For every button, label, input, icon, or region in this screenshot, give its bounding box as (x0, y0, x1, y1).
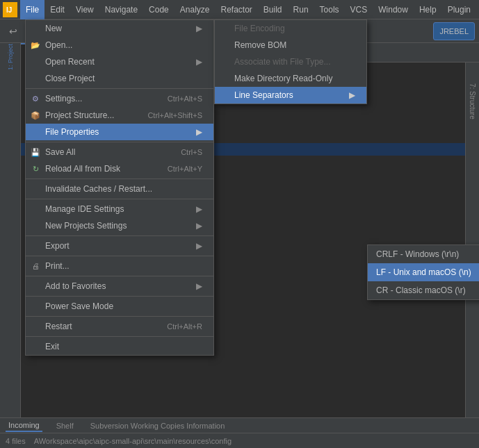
new-icon (30, 23, 41, 34)
menu-item-file-properties-label: File Properties (45, 127, 99, 137)
invalidate-icon (30, 183, 41, 194)
file-path: AWorkspace\aipc\aipc-small-api\src\main\… (34, 437, 232, 445)
jrebel-button[interactable]: JREBEL (433, 22, 475, 40)
line-separators-arrow-icon: ▶ (349, 90, 355, 100)
submenu-make-dir-readonly[interactable]: Make Directory Read-Only (215, 70, 366, 87)
menu-vcs[interactable]: VCS (345, 0, 373, 19)
bottom-tab-svn[interactable]: Subversion Working Copies Information (88, 420, 228, 431)
menu-item-new-label: New (45, 24, 62, 33)
menu-code[interactable]: Code (143, 0, 174, 19)
restart-shortcut: Ctrl+Alt+R (167, 322, 202, 331)
menu-item-print-label: Print... (45, 261, 70, 271)
power-save-icon (30, 301, 41, 312)
menu-item-close-project-label: Close Project (45, 74, 95, 83)
line-sep-cr[interactable]: CR - Classic macOS (\r) (368, 281, 479, 299)
menu-sep-8 (26, 296, 213, 297)
menu-help[interactable]: Help (414, 0, 442, 19)
line-separators-label: Line Separators (234, 90, 293, 100)
submenu-associate-file-type[interactable]: Associate with File Type... (215, 53, 366, 70)
menu-item-invalidate[interactable]: Invalidate Caches / Restart... (26, 181, 213, 197)
restart-icon (30, 321, 41, 332)
export-arrow-icon: ▶ (196, 241, 202, 251)
menu-edit[interactable]: Edit (44, 0, 70, 19)
menu-build[interactable]: Build (258, 0, 288, 19)
menu-item-exit-label: Exit (45, 342, 59, 351)
bottom-tab-shelf[interactable]: Shelf (54, 420, 76, 431)
save-all-shortcut: Ctrl+S (181, 148, 202, 156)
menu-item-save-all-label: Save All (45, 147, 75, 157)
line-sep-crlf[interactable]: CRLF - Windows (\r\n) (368, 245, 479, 263)
file-dropdown-menu: New ▶ 📂 Open... Open Recent ▶ Close Proj… (25, 19, 214, 356)
new-projects-icon (30, 220, 41, 231)
menu-item-restart[interactable]: Restart Ctrl+Alt+R (26, 318, 213, 335)
menu-item-settings-label: Settings... (45, 94, 82, 103)
menu-item-favorites[interactable]: Add to Favorites ▶ (26, 278, 213, 294)
structure-panel: 7: Structure (465, 63, 479, 417)
line-sep-lf[interactable]: LF - Unix and macOS (\n) (368, 263, 479, 281)
submenu-file-encoding[interactable]: File Encoding (215, 20, 366, 37)
make-dir-readonly-label: Make Directory Read-Only (234, 74, 332, 83)
remove-bom-label: Remove BOM (234, 40, 286, 50)
menu-item-new[interactable]: New ▶ (26, 20, 213, 37)
menu-run[interactable]: Run (288, 0, 314, 19)
menu-tools[interactable]: Tools (314, 0, 345, 19)
line-separators-submenu: CRLF - Windows (\r\n) LF - Unix and macO… (367, 244, 479, 300)
menu-sep-3 (26, 179, 213, 179)
project-structure-icon: 📦 (30, 110, 41, 121)
bottom-bar: 4 files AWorkspace\aipc\aipc-small-api\s… (0, 433, 479, 448)
settings-shortcut: Ctrl+Alt+S (168, 94, 202, 103)
menu-item-favorites-label: Add to Favorites (45, 281, 106, 291)
submenu-line-separators[interactable]: Line Separators ▶ (215, 87, 366, 103)
menu-plugin[interactable]: Plugin (442, 0, 476, 19)
menu-item-new-projects[interactable]: New Projects Settings ▶ (26, 217, 213, 234)
menu-item-reload-label: Reload All from Disk (45, 164, 120, 174)
line-sep-lf-label: LF - Unix and macOS (\n) (376, 267, 471, 277)
menu-item-file-properties[interactable]: File Properties ▶ (26, 124, 213, 140)
menu-sep-2 (26, 142, 213, 142)
menu-item-project-structure[interactable]: 📦 Project Structure... Ctrl+Alt+Shift+S (26, 107, 213, 124)
sidebar-project-icon[interactable]: 1: Project (2, 49, 19, 65)
bottom-tab-incoming[interactable]: Incoming (6, 420, 42, 432)
menu-sep-1 (26, 88, 213, 89)
menu-refactor[interactable]: Refactor (216, 0, 258, 19)
menu-item-settings[interactable]: ⚙ Settings... Ctrl+Alt+S (26, 90, 213, 107)
manage-ide-arrow-icon: ▶ (196, 204, 202, 214)
menu-item-export[interactable]: Export ▶ (26, 238, 213, 254)
menu-item-open-recent[interactable]: Open Recent ▶ (26, 53, 213, 70)
associate-file-type-label: Associate with File Type... (234, 57, 331, 67)
menu-item-manage-ide[interactable]: Manage IDE Settings ▶ (26, 201, 213, 217)
menu-item-exit[interactable]: Exit (26, 338, 213, 355)
structure-panel-label: 7: Structure (469, 83, 476, 119)
file-properties-arrow-icon: ▶ (196, 127, 202, 137)
open-icon: 📂 (30, 40, 41, 51)
new-arrow-icon: ▶ (196, 24, 202, 33)
menu-window[interactable]: Window (373, 0, 414, 19)
menu-item-print[interactable]: 🖨 Print... (26, 258, 213, 274)
favorites-arrow-icon: ▶ (196, 281, 202, 291)
menu-item-invalidate-label: Invalidate Caches / Restart... (45, 184, 152, 194)
submenu-remove-bom[interactable]: Remove BOM (215, 37, 366, 53)
menu-item-save-all[interactable]: 💾 Save All Ctrl+S (26, 144, 213, 160)
menu-item-power-save[interactable]: Power Save Mode (26, 298, 213, 315)
menu-analyze[interactable]: Analyze (174, 0, 216, 19)
new-projects-arrow-icon: ▶ (196, 221, 202, 231)
menu-item-open[interactable]: 📂 Open... (26, 37, 213, 53)
menu-sep-10 (26, 336, 213, 337)
manage-ide-icon (30, 204, 41, 215)
file-count: 4 files (6, 437, 26, 445)
menu-item-close-project[interactable]: Close Project (26, 70, 213, 87)
recent-arrow-icon: ▶ (196, 57, 202, 67)
app-logo: IJ (3, 2, 17, 17)
menu-item-reload[interactable]: ↻ Reload All from Disk Ctrl+Alt+Y (26, 160, 213, 177)
line-sep-cr-label: CR - Classic macOS (\r) (376, 285, 466, 295)
toolbar-undo[interactable]: ↩ (4, 22, 22, 40)
menu-item-power-save-label: Power Save Mode (45, 301, 113, 311)
menu-file[interactable]: File (20, 0, 44, 19)
reload-shortcut: Ctrl+Alt+Y (168, 165, 202, 173)
menu-navigate[interactable]: Navigate (99, 0, 143, 19)
project-structure-shortcut: Ctrl+Alt+Shift+S (147, 111, 202, 119)
menu-view[interactable]: View (70, 0, 99, 19)
svg-text:IJ: IJ (6, 6, 12, 14)
file-properties-icon (30, 126, 41, 138)
recent-icon (30, 56, 41, 67)
